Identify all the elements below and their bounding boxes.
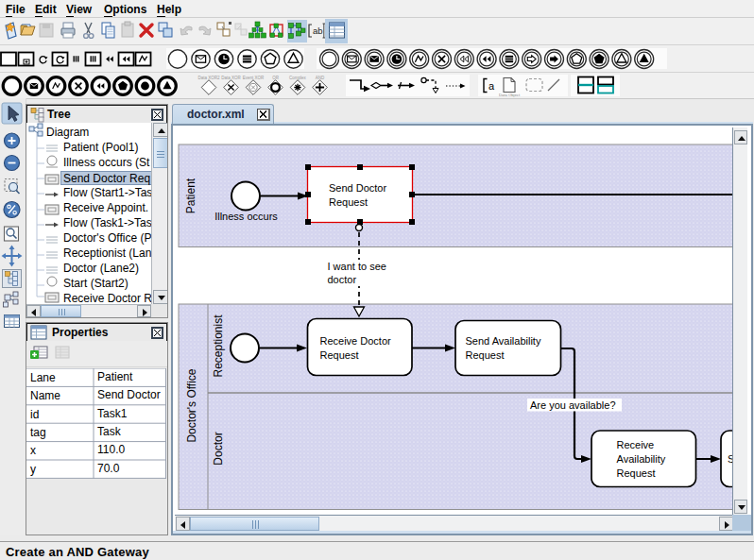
svg-text:Data XOR: Data XOR xyxy=(221,76,241,80)
svg-text:Receive: Receive xyxy=(617,439,655,450)
svg-text:AND: AND xyxy=(316,76,325,80)
svg-text:Are you available?: Are you available? xyxy=(530,399,616,411)
svg-text:Receptionist: Receptionist xyxy=(212,314,225,378)
svg-text:Request: Request xyxy=(617,467,656,479)
svg-text:doctor: doctor xyxy=(328,274,357,285)
svg-text:ab: ab xyxy=(313,25,323,36)
svg-text:Event XOR: Event XOR xyxy=(243,76,265,80)
svg-text:Patient: Patient xyxy=(184,178,197,213)
svg-text:Request: Request xyxy=(329,196,368,208)
svg-text:Receive Doctor: Receive Doctor xyxy=(320,335,392,347)
svg-text:OR: OR xyxy=(272,76,280,80)
svg-text:Data Object: Data Object xyxy=(499,93,521,97)
svg-text:Complex: Complex xyxy=(289,76,307,80)
svg-text:a: a xyxy=(488,80,495,92)
svg-text:Send Availability: Send Availability xyxy=(466,335,541,347)
svg-text:Illness occurs: Illness occurs xyxy=(214,211,278,222)
svg-text:Send Doctor: Send Doctor xyxy=(329,182,386,194)
svg-text:Doctor: Doctor xyxy=(212,432,225,465)
svg-text:Doctor's Office: Doctor's Office xyxy=(185,368,198,442)
svg-text:Request: Request xyxy=(466,349,505,361)
svg-text:Request: Request xyxy=(320,349,359,361)
svg-text:Availability: Availability xyxy=(617,453,666,465)
svg-text:Data XOR2: Data XOR2 xyxy=(197,76,220,80)
svg-text:I want to see: I want to see xyxy=(328,261,386,272)
